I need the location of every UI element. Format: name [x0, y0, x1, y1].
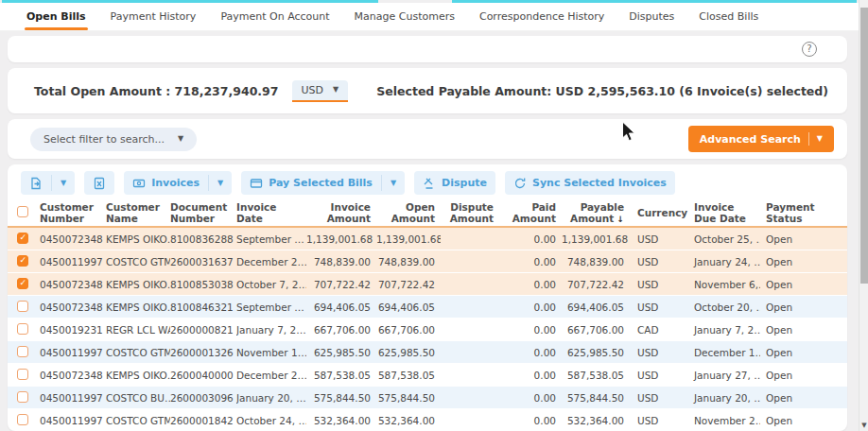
cell-payable-amount: 667,706.00: [562, 324, 630, 336]
pay-dropdown-button[interactable]: ▼: [382, 171, 405, 195]
cell-payment-status: Open: [760, 256, 821, 267]
button-divider: [808, 132, 809, 146]
tab-correspondence-history[interactable]: Correspondence History: [479, 3, 604, 30]
tab-payment-on-account[interactable]: Payment On Account: [220, 3, 329, 30]
cell-open-amount: 667,706.00: [376, 324, 441, 336]
filter-placeholder: Select filter to search...: [43, 133, 165, 146]
page-scrollbar[interactable]: ▼: [859, 0, 868, 431]
cell-invoice-amount: 625,985.50: [306, 347, 376, 358]
cell-document-number: 8100836288: [170, 233, 236, 245]
chevron-down-icon: ▼: [333, 86, 339, 94]
row-checkbox[interactable]: [17, 323, 28, 335]
cell-paid-amount: 0.00: [499, 233, 562, 245]
column-header-invoice-due-date[interactable]: Invoice Due Date: [688, 201, 760, 224]
invoices-button[interactable]: Invoices: [124, 171, 208, 195]
cell-payable-amount: 694,406.05: [562, 302, 630, 313]
column-header-currency[interactable]: Currency: [630, 207, 688, 218]
tab-manage-customers[interactable]: Manage Customers: [355, 3, 455, 30]
cell-invoice-due-date: October 25, …: [688, 233, 760, 245]
cell-customer-number: 0450072348: [40, 370, 106, 381]
cell-invoice-amount: 694,406.05: [306, 302, 376, 313]
table-row[interactable]: 0450072348KEMPS OIKO…8100846321September…: [8, 296, 847, 319]
selected-payable-amount: Selected Payable Amount: USD 2,595,563.1…: [376, 84, 828, 98]
row-checkbox[interactable]: [17, 414, 28, 425]
table-row[interactable]: 0450011997COSTCO GTM2600031637December 2…: [8, 250, 847, 273]
table-row[interactable]: 0450072348KEMPS OIKO…2600040000December …: [8, 364, 847, 387]
dispute-button[interactable]: Dispute: [414, 171, 495, 195]
cell-currency: USD: [630, 233, 688, 245]
table-row[interactable]: 0450011997COSTCO GTM2600001326November 1…: [8, 341, 847, 364]
gavel-icon: [423, 177, 436, 190]
column-header-invoice-date[interactable]: Invoice Date: [236, 201, 306, 224]
amounts-panel: Total Open Amount : 718,237,940.97 USD ▼…: [8, 68, 847, 113]
scrollbar-thumb[interactable]: [860, 8, 868, 284]
cell-invoice-date: January 7, 2…: [236, 324, 306, 336]
column-header-customer-number[interactable]: Customer Number: [40, 201, 106, 224]
cell-customer-name: KEMPS OIKO…: [106, 302, 170, 313]
cell-payment-status: Open: [760, 347, 821, 358]
cell-currency: USD: [630, 415, 688, 426]
cell-invoice-date: October 24, …: [236, 415, 306, 426]
table-row[interactable]: 0450011997COSTCO GTM2600001842October 24…: [8, 409, 847, 431]
pay-selected-bills-button[interactable]: Pay Selected Bills: [241, 171, 381, 195]
cell-customer-name: COSTCO GTM: [106, 415, 170, 426]
column-header-payment-status[interactable]: Payment Status: [760, 201, 821, 224]
cell-paid-amount: 0.00: [499, 392, 562, 404]
export-button[interactable]: [21, 171, 51, 195]
row-checkbox[interactable]: [17, 301, 28, 312]
tab-disputes[interactable]: Disputes: [629, 3, 674, 30]
filter-select[interactable]: Select filter to search... ▼: [30, 128, 197, 151]
table-toolbar: ▼ Invoices ▼ Pay Selected Bills ▼: [21, 171, 847, 195]
export-dropdown-button[interactable]: ▼: [52, 171, 75, 195]
row-checkbox[interactable]: [17, 346, 28, 357]
cell-open-amount: 748,839.00: [376, 256, 441, 267]
row-checkbox[interactable]: [17, 233, 28, 244]
invoices-dropdown-button[interactable]: ▼: [209, 171, 232, 195]
cell-payment-status: Open: [760, 370, 821, 381]
row-checkbox[interactable]: [17, 278, 28, 289]
cell-customer-number: 0450011997: [40, 347, 106, 358]
row-checkbox[interactable]: [17, 369, 28, 380]
currency-select[interactable]: USD ▼: [292, 80, 349, 102]
select-all-checkbox[interactable]: [17, 206, 28, 217]
advanced-search-button[interactable]: Advanced Search ▼: [688, 126, 834, 152]
cell-invoice-due-date: January 20, …: [688, 392, 760, 404]
table-row[interactable]: 0450011997COSTCO BU…2600003096January 20…: [8, 387, 847, 409]
sync-icon: [513, 177, 527, 190]
row-checkbox[interactable]: [17, 255, 28, 267]
cell-open-amount: 707,722.42: [376, 279, 441, 290]
cell-invoice-due-date: January 27, …: [688, 370, 760, 381]
table-row[interactable]: 0450072348KEMPS OIKO…8100853038October 7…: [8, 273, 847, 296]
tab-payment-history[interactable]: Payment History: [111, 3, 197, 30]
cell-customer-name: COSTCO BU…: [106, 392, 170, 404]
column-header-customer-name[interactable]: Customer Name: [106, 201, 170, 224]
cell-payable-amount: 748,839.00: [562, 256, 630, 267]
cell-payable-amount: 575,844.50: [562, 392, 630, 404]
table-row[interactable]: 0450019231REGR LCL WA…2600000821January …: [8, 319, 847, 341]
table-row[interactable]: 0450072348KEMPS OIKO…8100836288September…: [8, 228, 847, 250]
cell-currency: USD: [630, 392, 688, 404]
currency-selected-value: USD: [302, 84, 324, 96]
cell-currency: USD: [630, 279, 688, 290]
column-header-invoice-amount[interactable]: Invoice Amount: [306, 201, 376, 224]
row-checkbox[interactable]: [17, 391, 28, 403]
column-header-dispute-amount[interactable]: Dispute Amount: [441, 201, 499, 224]
cell-payable-amount: 707,722.42: [562, 279, 630, 290]
cell-open-amount: 587,538.05: [376, 370, 441, 381]
excel-export-button[interactable]: [84, 171, 114, 195]
cell-invoice-amount: 587,538.05: [306, 370, 376, 381]
help-icon[interactable]: ?: [802, 42, 817, 57]
cell-document-number: 2600003096: [170, 392, 236, 404]
sync-selected-invoices-button[interactable]: Sync Selected Invoices: [505, 171, 675, 195]
column-header-document-number[interactable]: Document Number: [170, 201, 236, 224]
column-header-paid-amount[interactable]: Paid Amount: [499, 201, 562, 224]
total-open-label: Total Open Amount :: [34, 84, 170, 98]
column-header-open-amount[interactable]: Open Amount: [376, 201, 441, 224]
cell-currency: CAD: [630, 324, 688, 336]
tab-open-bills[interactable]: Open Bills: [26, 3, 86, 30]
top-progress-bar-right: [452, 0, 857, 3]
cell-open-amount: 625,985.50: [376, 347, 441, 358]
tab-closed-bills[interactable]: Closed Bills: [699, 3, 758, 30]
column-header-payable-amount[interactable]: Payable Amount ↓: [562, 201, 630, 224]
scrollbar-down-arrow[interactable]: ▼: [859, 422, 868, 429]
